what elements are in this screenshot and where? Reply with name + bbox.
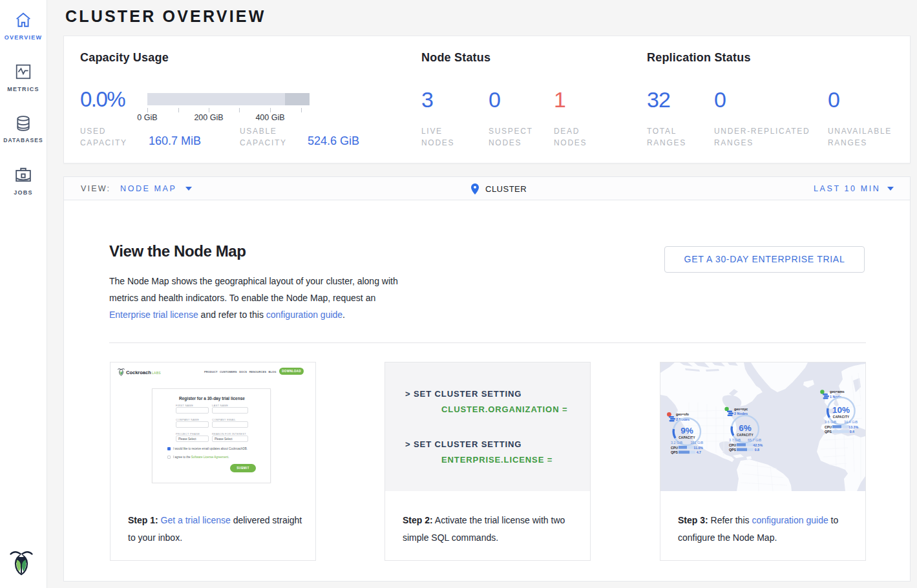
svg-text:3.7 GiB: 3.7 GiB — [729, 438, 741, 442]
svg-text:351 GiB: 351 GiB — [691, 441, 704, 445]
svg-text:QPS: QPS — [729, 448, 736, 452]
svg-text:geo=ams: geo=ams — [830, 390, 845, 394]
svg-text:0.4: 0.4 — [850, 430, 854, 434]
svg-text:QPS: QPS — [671, 450, 678, 454]
svg-text:geo=sfo: geo=sfo — [676, 412, 689, 416]
svg-text:4.7: 4.7 — [697, 450, 701, 454]
svg-text:10%: 10% — [832, 405, 850, 415]
svg-text:QPS: QPS — [825, 430, 832, 434]
svg-text:CAPACITY: CAPACITY — [679, 436, 695, 439]
svg-text:geo=nyc: geo=nyc — [734, 407, 748, 411]
svg-text:11.0%: 11.0% — [694, 446, 704, 450]
svg-text:9%: 9% — [680, 426, 693, 436]
svg-text:CPU: CPU — [671, 446, 678, 450]
svg-text:3.2 GiB: 3.2 GiB — [671, 441, 682, 445]
svg-text:65.7 GiB: 65.7 GiB — [748, 438, 761, 442]
svg-text:13.3%: 13.3% — [848, 425, 858, 429]
svg-text:CPU: CPU — [729, 443, 736, 447]
svg-text:42.5%: 42.5% — [753, 443, 763, 447]
svg-text:CPU: CPU — [825, 425, 832, 429]
svg-text:6%: 6% — [739, 423, 752, 433]
svg-text:CAPACITY: CAPACITY — [737, 434, 754, 437]
svg-text:34.4 GiB: 34.4 GiB — [844, 420, 858, 424]
svg-text:0.8: 0.8 — [755, 448, 759, 452]
svg-text:CAPACITY: CAPACITY — [833, 415, 850, 419]
svg-text:3.6 GiB: 3.6 GiB — [825, 420, 836, 424]
